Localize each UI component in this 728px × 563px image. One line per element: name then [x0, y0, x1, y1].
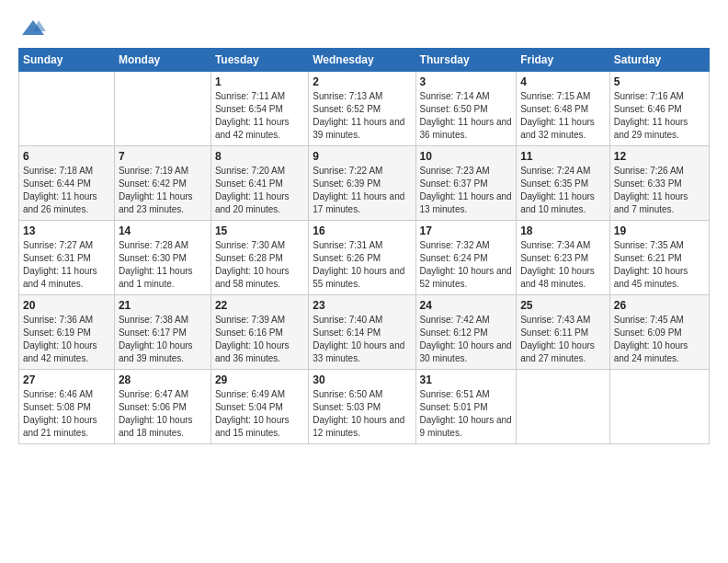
calendar-cell: 9Sunrise: 7:22 AMSunset: 6:39 PMDaylight…: [309, 146, 415, 221]
cell-day-number: 11: [520, 150, 606, 163]
cell-info: Sunrise: 6:46 AMSunset: 5:08 PMDaylight:…: [23, 388, 110, 440]
cell-day-number: 3: [420, 75, 513, 88]
calendar-cell: 13Sunrise: 7:27 AMSunset: 6:31 PMDayligh…: [19, 221, 115, 295]
cell-info: Sunrise: 7:20 AMSunset: 6:41 PMDaylight:…: [215, 165, 304, 216]
cell-day-number: 25: [520, 299, 606, 312]
calendar-cell: 12Sunrise: 7:26 AMSunset: 6:33 PMDayligh…: [609, 146, 709, 221]
calendar-cell: 27Sunrise: 6:46 AMSunset: 5:08 PMDayligh…: [19, 370, 115, 444]
calendar-cell: 10Sunrise: 7:23 AMSunset: 6:37 PMDayligh…: [415, 146, 517, 221]
cell-day-number: 28: [119, 373, 207, 386]
calendar-cell: 15Sunrise: 7:30 AMSunset: 6:28 PMDayligh…: [210, 221, 308, 295]
calendar-cell: 5Sunrise: 7:16 AMSunset: 6:46 PMDaylight…: [609, 72, 709, 146]
week-row-3: 13Sunrise: 7:27 AMSunset: 6:31 PMDayligh…: [19, 221, 710, 295]
cell-info: Sunrise: 7:22 AMSunset: 6:39 PMDaylight:…: [313, 165, 411, 216]
calendar-cell: 28Sunrise: 6:47 AMSunset: 5:06 PMDayligh…: [114, 370, 210, 444]
calendar-cell: 1Sunrise: 7:11 AMSunset: 6:54 PMDaylight…: [210, 72, 308, 146]
cell-day-number: 8: [215, 150, 304, 163]
cell-info: Sunrise: 7:24 AMSunset: 6:35 PMDaylight:…: [520, 165, 606, 216]
cell-day-number: 12: [614, 150, 705, 163]
cell-info: Sunrise: 6:47 AMSunset: 5:06 PMDaylight:…: [119, 388, 207, 440]
cell-day-number: 13: [23, 224, 110, 237]
cell-info: Sunrise: 7:11 AMSunset: 6:54 PMDaylight:…: [215, 90, 304, 142]
cell-day-number: 17: [420, 224, 513, 237]
header-cell-thursday: Thursday: [415, 49, 517, 72]
cell-info: Sunrise: 7:31 AMSunset: 6:26 PMDaylight:…: [313, 239, 411, 291]
calendar-cell: 26Sunrise: 7:45 AMSunset: 6:09 PMDayligh…: [609, 295, 709, 370]
cell-day-number: 2: [313, 75, 411, 88]
calendar-cell: 17Sunrise: 7:32 AMSunset: 6:24 PMDayligh…: [415, 221, 517, 295]
calendar-cell: 20Sunrise: 7:36 AMSunset: 6:19 PMDayligh…: [19, 295, 115, 370]
cell-info: Sunrise: 7:26 AMSunset: 6:33 PMDaylight:…: [614, 165, 705, 216]
calendar-cell: 19Sunrise: 7:35 AMSunset: 6:21 PMDayligh…: [609, 221, 709, 295]
header-cell-saturday: Saturday: [609, 49, 709, 72]
cell-info: Sunrise: 7:19 AMSunset: 6:42 PMDaylight:…: [119, 165, 207, 216]
calendar-cell: 23Sunrise: 7:40 AMSunset: 6:14 PMDayligh…: [309, 295, 415, 370]
cell-info: Sunrise: 6:49 AMSunset: 5:04 PMDaylight:…: [215, 388, 304, 440]
cell-day-number: 15: [215, 224, 304, 237]
calendar-cell: 4Sunrise: 7:15 AMSunset: 6:48 PMDaylight…: [517, 72, 610, 146]
header-cell-tuesday: Tuesday: [210, 49, 308, 72]
week-row-5: 27Sunrise: 6:46 AMSunset: 5:08 PMDayligh…: [19, 370, 710, 444]
logo: [18, 20, 46, 39]
calendar-cell: 8Sunrise: 7:20 AMSunset: 6:41 PMDaylight…: [210, 146, 308, 221]
week-row-2: 6Sunrise: 7:18 AMSunset: 6:44 PMDaylight…: [19, 146, 710, 221]
cell-info: Sunrise: 7:15 AMSunset: 6:48 PMDaylight:…: [520, 90, 606, 142]
cell-day-number: 10: [420, 150, 513, 163]
calendar-cell: [19, 72, 115, 146]
cell-day-number: 21: [119, 299, 207, 312]
cell-day-number: 26: [614, 299, 705, 312]
cell-day-number: 23: [313, 299, 411, 312]
cell-day-number: 6: [23, 150, 110, 163]
header-row: SundayMondayTuesdayWednesdayThursdayFrid…: [19, 49, 710, 72]
calendar-cell: 3Sunrise: 7:14 AMSunset: 6:50 PMDaylight…: [415, 72, 517, 146]
cell-info: Sunrise: 7:42 AMSunset: 6:12 PMDaylight:…: [420, 314, 513, 365]
page: SundayMondayTuesdayWednesdayThursdayFrid…: [0, 0, 728, 454]
calendar-cell: 14Sunrise: 7:28 AMSunset: 6:30 PMDayligh…: [114, 221, 210, 295]
cell-day-number: 7: [119, 150, 207, 163]
cell-day-number: 4: [520, 75, 606, 88]
cell-day-number: 19: [614, 224, 705, 237]
cell-info: Sunrise: 7:34 AMSunset: 6:23 PMDaylight:…: [520, 239, 606, 291]
cell-info: Sunrise: 7:27 AMSunset: 6:31 PMDaylight:…: [23, 239, 110, 291]
cell-info: Sunrise: 7:18 AMSunset: 6:44 PMDaylight:…: [23, 165, 110, 216]
cell-info: Sunrise: 7:14 AMSunset: 6:50 PMDaylight:…: [420, 90, 513, 142]
calendar-cell: 2Sunrise: 7:13 AMSunset: 6:52 PMDaylight…: [309, 72, 415, 146]
cell-info: Sunrise: 7:40 AMSunset: 6:14 PMDaylight:…: [313, 314, 411, 365]
calendar-cell: 6Sunrise: 7:18 AMSunset: 6:44 PMDaylight…: [19, 146, 115, 221]
header: [18, 17, 710, 39]
cell-day-number: 27: [23, 373, 110, 386]
cell-day-number: 18: [520, 224, 606, 237]
week-row-1: 1Sunrise: 7:11 AMSunset: 6:54 PMDaylight…: [19, 72, 710, 146]
cell-info: Sunrise: 7:32 AMSunset: 6:24 PMDaylight:…: [420, 239, 513, 291]
cell-info: Sunrise: 7:45 AMSunset: 6:09 PMDaylight:…: [614, 314, 705, 365]
cell-day-number: 24: [420, 299, 513, 312]
calendar-cell: 30Sunrise: 6:50 AMSunset: 5:03 PMDayligh…: [309, 370, 415, 444]
cell-day-number: 22: [215, 299, 304, 312]
calendar-cell: [114, 72, 210, 146]
cell-day-number: 16: [313, 224, 411, 237]
cell-info: Sunrise: 7:30 AMSunset: 6:28 PMDaylight:…: [215, 239, 304, 291]
calendar-cell: 29Sunrise: 6:49 AMSunset: 5:04 PMDayligh…: [210, 370, 308, 444]
cell-info: Sunrise: 6:51 AMSunset: 5:01 PMDaylight:…: [420, 388, 513, 440]
calendar-cell: 31Sunrise: 6:51 AMSunset: 5:01 PMDayligh…: [415, 370, 517, 444]
calendar-cell: 16Sunrise: 7:31 AMSunset: 6:26 PMDayligh…: [309, 221, 415, 295]
cell-day-number: 9: [313, 150, 411, 163]
cell-info: Sunrise: 7:23 AMSunset: 6:37 PMDaylight:…: [420, 165, 513, 216]
cell-day-number: 20: [23, 299, 110, 312]
calendar-cell: [517, 370, 610, 444]
header-cell-wednesday: Wednesday: [309, 49, 415, 72]
cell-day-number: 30: [313, 373, 411, 386]
cell-info: Sunrise: 7:13 AMSunset: 6:52 PMDaylight:…: [313, 90, 411, 142]
cell-info: Sunrise: 7:35 AMSunset: 6:21 PMDaylight:…: [614, 239, 705, 291]
cell-day-number: 5: [614, 75, 705, 88]
calendar-cell: 18Sunrise: 7:34 AMSunset: 6:23 PMDayligh…: [517, 221, 610, 295]
calendar-cell: 21Sunrise: 7:38 AMSunset: 6:17 PMDayligh…: [114, 295, 210, 370]
calendar-table: SundayMondayTuesdayWednesdayThursdayFrid…: [18, 48, 710, 444]
calendar-cell: 22Sunrise: 7:39 AMSunset: 6:16 PMDayligh…: [210, 295, 308, 370]
calendar-cell: [609, 370, 709, 444]
calendar-cell: 7Sunrise: 7:19 AMSunset: 6:42 PMDaylight…: [114, 146, 210, 221]
cell-day-number: 1: [215, 75, 304, 88]
calendar-cell: 11Sunrise: 7:24 AMSunset: 6:35 PMDayligh…: [517, 146, 610, 221]
cell-day-number: 14: [119, 224, 207, 237]
cell-info: Sunrise: 7:36 AMSunset: 6:19 PMDaylight:…: [23, 314, 110, 365]
